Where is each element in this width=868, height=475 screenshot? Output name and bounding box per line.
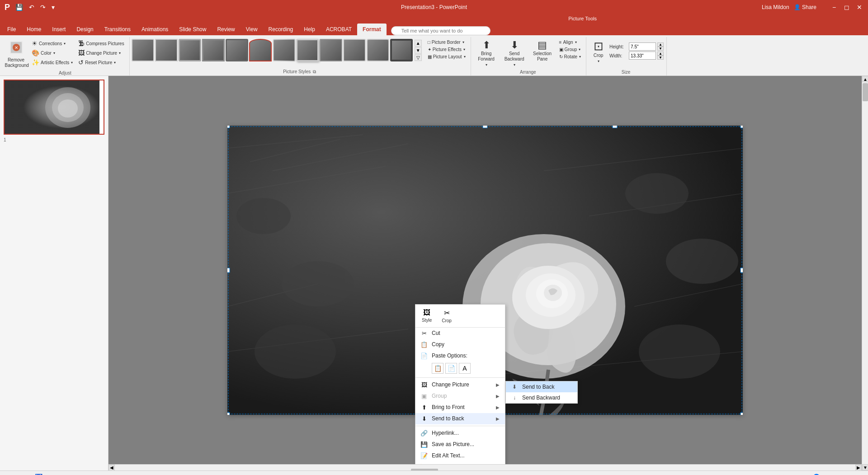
ctx-copy[interactable]: 📋 Copy [415, 339, 505, 350]
tab-review[interactable]: Review [212, 24, 240, 35]
style-scroll-down[interactable]: ▼ [415, 47, 422, 54]
bring-front-label: Bring to Front [432, 404, 465, 410]
search-input[interactable] [391, 26, 491, 35]
rotate-btn[interactable]: ↻ Rotate ▾ [557, 53, 583, 60]
slide-canvas[interactable]: 🖼 Style ✂ Crop ✂ Cut 📋 [227, 126, 743, 415]
slide-sorter-btn[interactable]: ⊞ [764, 473, 774, 475]
slide-1-thumbnail[interactable] [4, 80, 104, 135]
paste-opt-2[interactable]: 📄 [445, 363, 457, 374]
change-picture-btn[interactable]: 🖼 Change Picture ▾ [76, 48, 126, 57]
align-icon: ≡ [559, 40, 562, 45]
customize-btn[interactable]: ▾ [50, 3, 57, 12]
tab-view[interactable]: View [241, 24, 263, 35]
style-thumb-7[interactable] [273, 38, 295, 61]
height-up[interactable]: ▲ [657, 42, 664, 47]
picture-border-btn[interactable]: □ Picture Border ▾ [425, 39, 468, 46]
style-thumb-3[interactable] [179, 39, 201, 61]
ctx-crop-btn[interactable]: ✂ Crop [439, 307, 454, 325]
sb-caret: ▾ [514, 63, 515, 67]
style-thumb-10[interactable] [343, 39, 366, 61]
redo-btn[interactable]: ↷ [38, 3, 47, 12]
style-thumb-8[interactable] [296, 39, 319, 61]
selection-pane-btn[interactable]: ▤ Selection Pane [529, 39, 556, 63]
ctx-bring-front[interactable]: ⬆ Bring to Front ▶ [415, 402, 505, 413]
ctx-cut[interactable]: ✂ Cut [415, 328, 505, 339]
bring-forward-btn[interactable]: ⬆ Bring Forward ▾ [473, 39, 500, 68]
ctx-change-picture[interactable]: 🖼 Change Picture ▶ [415, 379, 505, 390]
normal-view-btn[interactable]: ▦ [754, 473, 764, 475]
tab-recording[interactable]: Recording [263, 24, 299, 35]
close-btn[interactable]: ✕ [855, 3, 863, 11]
tab-design[interactable]: Design [71, 24, 99, 35]
group-btn[interactable]: ▣ Group ▾ [557, 46, 583, 53]
stb-icon: ⬇ [510, 384, 519, 390]
color-btn[interactable]: 🎨 Color ▾ [29, 48, 75, 57]
minimize-btn[interactable]: − [830, 3, 838, 11]
tab-format[interactable]: Format [357, 24, 387, 35]
crop-btn[interactable]: ⊡ Crop ▾ [588, 39, 609, 65]
ctx-hyperlink[interactable]: 🔗 Hyperlink... [415, 428, 505, 439]
crop-icon: ⊡ [594, 40, 604, 52]
h-scroll-thumb[interactable] [411, 469, 438, 471]
style-thumb-5[interactable] [226, 39, 248, 61]
slideshow-view-btn[interactable]: ▶ [788, 473, 797, 475]
tab-acrobat[interactable]: ACROBAT [321, 24, 357, 35]
share-icon[interactable]: 👤 Share [794, 4, 816, 10]
width-up[interactable]: ▲ [657, 52, 664, 56]
tab-file[interactable]: File [2, 24, 21, 35]
undo-btn[interactable]: ↶ [27, 3, 36, 12]
paste-opt-1[interactable]: 📋 [432, 363, 443, 374]
submenu-send-to-back[interactable]: ⬇ Send to Back [506, 381, 577, 392]
tab-animations[interactable]: Animations [136, 24, 174, 35]
style-thumb-11[interactable] [367, 39, 389, 61]
save-btn[interactable]: 💾 [14, 3, 25, 12]
submenu-send-backward[interactable]: ↓ Send Backward [506, 392, 577, 403]
styles-expand-icon[interactable]: ⧉ [313, 69, 316, 74]
tab-transitions[interactable]: Transitions [99, 24, 136, 35]
send-backward-btn[interactable]: ⬇ Send Backward ▾ [501, 39, 528, 68]
restore-btn[interactable]: ◻ [843, 3, 851, 11]
style-thumb-2[interactable] [155, 39, 178, 61]
ctx-style-btn[interactable]: 🖼 Style [419, 307, 434, 324]
ctx-paste-options[interactable]: 📄 Paste Options: [415, 350, 505, 362]
window-title: Presentation3 - PowerPoint [401, 4, 467, 10]
style-scroll-up[interactable]: ▲ [415, 40, 422, 47]
remove-background-btn[interactable]: ✕ Remove Background [4, 39, 28, 70]
style-thumb-1[interactable] [132, 39, 154, 61]
ctx-edit-alt[interactable]: 📝 Edit Alt Text... [415, 450, 505, 461]
scroll-down-btn[interactable]: ▼ [862, 464, 868, 470]
v-scroll-thumb[interactable] [863, 83, 868, 101]
picture-layout-btn[interactable]: ▦ Picture Layout ▾ [425, 53, 468, 60]
tab-home[interactable]: Home [21, 24, 47, 35]
tab-slideshow[interactable]: Slide Show [174, 24, 212, 35]
style-thumb-9[interactable] [320, 39, 342, 61]
style-thumb-6[interactable] [249, 39, 272, 61]
align-btn[interactable]: ≡ Align ▾ [557, 39, 583, 46]
selection-pane-icon: ▤ [538, 40, 547, 50]
style-thumb-4[interactable] [202, 39, 225, 61]
height-input[interactable] [629, 42, 656, 51]
paste-opt-3[interactable]: A [459, 363, 471, 374]
picture-effects-btn[interactable]: ✦ Picture Effects ▾ [425, 46, 468, 53]
scroll-up-btn[interactable]: ▲ [862, 76, 868, 82]
corrections-btn[interactable]: ☀ Corrections ▾ [29, 39, 75, 48]
style-thumb-12[interactable] [390, 39, 413, 61]
tab-help[interactable]: Help [298, 24, 321, 35]
width-input[interactable] [629, 52, 656, 60]
ctx-size-position[interactable]: 📐 Size and Position... [415, 461, 505, 465]
ctx-save-picture[interactable]: 💾 Save as Picture... [415, 439, 505, 450]
scroll-right-btn[interactable]: ▶ [855, 465, 862, 471]
paste-label: Paste Options: [432, 353, 467, 359]
arrange-content: ⬆ Bring Forward ▾ ⬇ Send Backward ▾ ▤ Se… [473, 37, 583, 69]
artistic-effects-btn[interactable]: ✨ Artistic Effects ▾ [29, 58, 75, 67]
compress-pictures-btn[interactable]: 🗜 Compress Pictures [76, 39, 126, 48]
ctx-send-back[interactable]: ⬇ Send to Back ▶ [415, 413, 505, 424]
reset-picture-btn[interactable]: ↺ Reset Picture ▾ [76, 58, 126, 67]
style-scroll-expand[interactable]: ▽ [415, 54, 422, 61]
reading-view-btn[interactable]: 📖 [775, 473, 787, 475]
height-down[interactable]: ▼ [657, 47, 664, 51]
tab-insert[interactable]: Insert [47, 24, 71, 35]
scroll-left-btn[interactable]: ◀ [108, 465, 115, 471]
width-down[interactable]: ▼ [657, 56, 664, 60]
send-back-label: Send to Back [432, 415, 464, 422]
